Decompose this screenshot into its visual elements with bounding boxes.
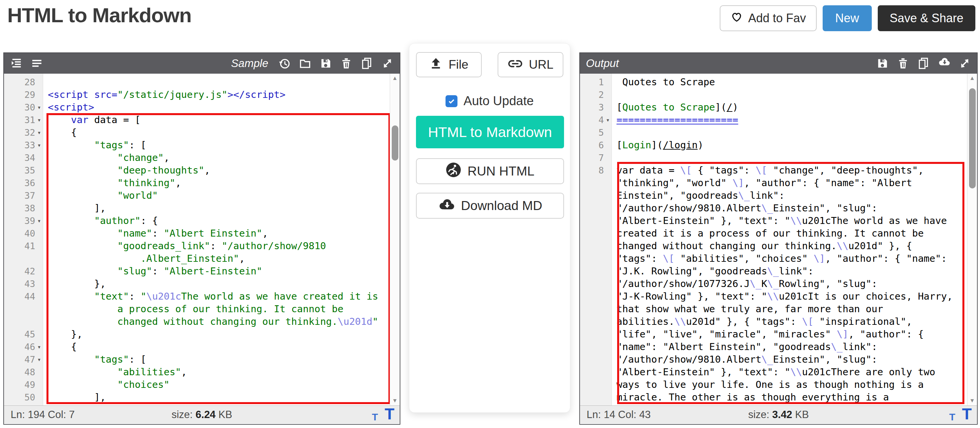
code-text[interactable]: "thinking", [43, 176, 390, 189]
code-text[interactable]: }, [43, 328, 390, 341]
code-text[interactable]: [Login](/login) [612, 139, 967, 151]
save-icon[interactable] [876, 57, 889, 70]
fold-arrow-icon[interactable]: ▾ [35, 116, 43, 124]
code-text[interactable]: "/author/show/1077326.J\_K\_Rowling", "s… [612, 277, 967, 290]
code-text[interactable]: "text": "\u201cThe world as we have crea… [43, 290, 390, 303]
save-icon[interactable] [319, 57, 332, 70]
code-text[interactable]: "author": { [43, 214, 390, 227]
copy-icon[interactable] [917, 57, 930, 70]
format-lines-icon[interactable] [30, 57, 43, 70]
code-text[interactable]: "goodreads_link": "/author/show/9810 [43, 239, 390, 252]
code-text[interactable]: var data = [ [43, 114, 390, 126]
code-text[interactable]: changed without changing our thinking.\\… [612, 239, 967, 252]
code-text[interactable]: "name": "Albert Einstein", [43, 227, 390, 239]
fold-arrow-icon[interactable]: ▾ [35, 217, 43, 224]
code-text[interactable]: miracle. The other is as though everythi… [612, 391, 967, 403]
output-code-editor[interactable]: 1 Quotes to Scrape23[Quotes to Scrape](/… [580, 74, 977, 406]
indent-code-icon[interactable] [10, 57, 22, 70]
fold-arrow-icon[interactable]: ▾ [35, 141, 43, 149]
code-text[interactable]: ===================== [612, 114, 967, 126]
code-text[interactable] [612, 126, 967, 139]
code-text[interactable]: "tags": \[ "abilities", "choices" \], "a… [612, 252, 967, 265]
history-icon[interactable] [278, 57, 291, 70]
fullscreen-icon[interactable] [381, 57, 394, 70]
code-text[interactable]: ], [43, 391, 390, 403]
load-url-button[interactable]: URL [498, 52, 563, 77]
font-increase-button[interactable]: T [385, 406, 395, 422]
fold-arrow-icon[interactable]: ▾ [604, 116, 612, 124]
code-text[interactable]: created it is a process of our thinking.… [612, 227, 967, 239]
code-text[interactable]: "tags": [ [43, 139, 390, 151]
line-number: 48 [4, 366, 43, 378]
sample-label[interactable]: Sample [231, 57, 268, 70]
code-text[interactable]: "deep-thoughts", [43, 164, 390, 176]
code-text[interactable]: "/author/show/9810.Albert\_Einstein", "s… [612, 353, 967, 366]
code-text[interactable]: "Albert-Einstein" }, "text": "\\u201cThe… [612, 214, 967, 227]
code-text[interactable]: [Quotes to Scrape](/) [612, 101, 967, 114]
scroll-down-arrow[interactable]: ▼ [390, 398, 400, 404]
code-text[interactable]: }, [43, 277, 390, 290]
fold-arrow-icon[interactable]: ▾ [35, 356, 43, 363]
scroll-up-arrow[interactable]: ▲ [967, 75, 977, 82]
font-decrease-button[interactable]: T [372, 412, 378, 422]
auto-update-checkbox[interactable] [445, 95, 457, 107]
code-text[interactable]: { [43, 341, 390, 353]
code-text[interactable]: "abilities", [43, 366, 390, 378]
code-text[interactable]: "world" [43, 189, 390, 202]
code-text[interactable]: "name": "Albert Einstein", "goodreads\_l… [612, 341, 967, 353]
scroll-down-arrow[interactable]: ▼ [967, 398, 977, 404]
code-text[interactable]: abilities.\\u201d" }, { "tags": \[ "insp… [612, 315, 967, 328]
save-share-button[interactable]: Save & Share [878, 5, 975, 31]
code-text[interactable]: <script> [43, 101, 390, 114]
add-to-fav-button[interactable]: Add to Fav [720, 5, 817, 31]
top-actions: Add to Fav New Save & Share [720, 5, 975, 31]
font-increase-button[interactable]: T [962, 406, 972, 422]
code-text[interactable]: Quotes to Scrape [612, 76, 967, 88]
copy-icon[interactable] [361, 57, 373, 70]
code-text[interactable]: .Albert_Einstein", [43, 252, 390, 265]
new-button[interactable]: New [822, 5, 872, 31]
scrollbar-thumb[interactable] [969, 88, 976, 189]
code-text[interactable]: "tags": [ [43, 353, 390, 366]
cloud-download-icon[interactable] [938, 57, 950, 70]
delete-icon[interactable] [340, 57, 353, 70]
output-scrollbar[interactable]: ▲ ▼ [967, 74, 977, 406]
download-md-button[interactable]: Download MD [416, 193, 564, 219]
code-text[interactable]: ways to live your life. One is as though… [612, 378, 967, 391]
font-decrease-button[interactable]: T [949, 412, 955, 422]
code-text[interactable]: "slug": "Albert-Einstein" [43, 265, 390, 277]
code-text[interactable]: <script src="/static/jquery.js"></script… [43, 88, 390, 101]
code-text[interactable] [612, 88, 967, 101]
code-text[interactable]: "J.K. Rowling", "goodreads\_link": [612, 265, 967, 277]
input-scrollbar[interactable]: ▲ ▼ [390, 74, 400, 406]
code-text[interactable] [612, 151, 967, 164]
input-code-editor[interactable]: 2829<script src="/static/jquery.js"></sc… [4, 74, 400, 406]
run-html-button[interactable]: RUN HTML [416, 158, 564, 184]
code-text[interactable]: "change", [43, 151, 390, 164]
fold-arrow-icon[interactable]: ▾ [35, 343, 43, 350]
fullscreen-icon[interactable] [958, 57, 971, 70]
scrollbar-thumb[interactable] [392, 125, 398, 160]
code-text[interactable]: ], [43, 202, 390, 214]
fold-arrow-icon[interactable]: ▾ [35, 103, 43, 111]
code-text[interactable]: { [43, 126, 390, 139]
fold-arrow-icon[interactable]: ▾ [35, 129, 43, 136]
code-text[interactable]: "choices" [43, 378, 390, 391]
delete-icon[interactable] [897, 57, 909, 70]
code-text[interactable]: "/author/show/9810.Albert\_Einstein", "s… [612, 202, 967, 214]
code-text[interactable]: "Albert-Einstein" }, "text": "\\u201cThe… [612, 366, 967, 378]
open-folder-icon[interactable] [299, 57, 312, 70]
code-text[interactable]: a process of our thinking. It cannot be [43, 303, 390, 315]
convert-button[interactable]: HTML to Markdown [416, 116, 564, 148]
code-text[interactable]: "thinking", "world" \], "author": { "nam… [612, 176, 967, 189]
output-code-line: 8var data = \[ { "tags": \[ "change", "d… [580, 164, 967, 176]
code-text[interactable] [43, 76, 390, 88]
scroll-up-arrow[interactable]: ▲ [390, 75, 400, 82]
code-text[interactable]: var data = \[ { "tags": \[ "change", "de… [612, 164, 967, 176]
upload-file-button[interactable]: File [416, 52, 482, 77]
code-text[interactable]: Einstein", "goodreads\_link": [612, 189, 967, 202]
code-text[interactable]: changed without changing our thinking.\u… [43, 315, 390, 328]
code-text[interactable]: "life", "live", "miracle", "miracles" \]… [612, 328, 967, 341]
code-text[interactable]: "J-K-Rowling" }, "text": "\\u201cIt is o… [612, 290, 967, 303]
code-text[interactable]: that show what we truly are, far more th… [612, 303, 967, 315]
